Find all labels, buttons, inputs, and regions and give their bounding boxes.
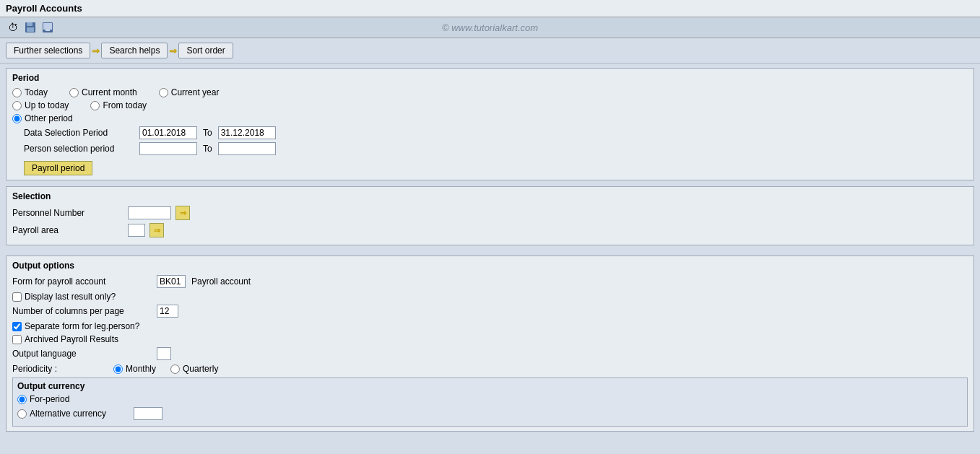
output-currency-alt-row: Alternative currency: [17, 407, 963, 420]
radio-alternative-currency[interactable]: [17, 409, 27, 419]
radio-for-period-text: For-period: [30, 394, 69, 404]
arrow-icon-1: ⇒: [92, 45, 100, 56]
display-last-result-label: Display last result only?: [25, 292, 116, 302]
tab-sort-order[interactable]: Sort order: [178, 43, 233, 58]
tab-further-selections[interactable]: Further selections: [6, 43, 90, 58]
person-selection-from-input[interactable]: [139, 142, 197, 155]
tab-further-selections-label: Further selections: [14, 45, 82, 56]
display-last-result-checkbox[interactable]: [12, 292, 22, 302]
radio-current-month-label[interactable]: Current month: [69, 87, 137, 97]
form-payroll-row: Form for payroll account Payroll account: [12, 275, 968, 288]
toolbar: ⏱ © www.tutorialkart.com: [0, 17, 980, 38]
data-selection-period-row: Data Selection Period To: [24, 126, 968, 139]
tab-sort-order-label: Sort order: [186, 45, 225, 56]
radio-current-year-label[interactable]: Current year: [159, 87, 220, 97]
save-icon[interactable]: [23, 20, 38, 35]
radio-from-today[interactable]: [90, 101, 100, 110]
radio-other-period[interactable]: [12, 114, 22, 123]
output-language-label: Output language: [12, 349, 157, 359]
radio-from-today-label[interactable]: From today: [90, 100, 147, 110]
arrow-icon-2: ⇒: [169, 45, 177, 56]
columns-per-page-label: Number of columns per page: [12, 306, 157, 316]
radio-monthly[interactable]: [113, 364, 123, 374]
form-payroll-desc: Payroll account: [191, 276, 251, 287]
form-payroll-label: Form for payroll account: [12, 276, 157, 287]
page-title: Payroll Accounts: [6, 3, 82, 14]
separate-form-checkbox[interactable]: [12, 322, 22, 331]
period-section: Period Today Current month Current year …: [6, 68, 974, 180]
personnel-number-select-button[interactable]: ⇒: [175, 206, 190, 220]
radio-current-month-text: Current month: [82, 87, 137, 97]
radio-alternative-currency-text: Alternative currency: [30, 409, 106, 419]
payroll-area-label: Payroll area: [12, 225, 128, 235]
data-selection-from-input[interactable]: [139, 126, 197, 139]
radio-up-to-today-label[interactable]: Up to today: [12, 100, 69, 110]
radio-today[interactable]: [12, 88, 22, 97]
data-selection-to-label: To: [203, 128, 212, 138]
period-radio-row-1: Today Current month Current year: [12, 87, 968, 97]
radio-alternative-currency-label[interactable]: Alternative currency: [17, 409, 106, 419]
tab-search-helps-label: Search helps: [109, 45, 160, 56]
radio-quarterly[interactable]: [170, 364, 180, 374]
period-radio-row-2: Up to today From today: [12, 100, 968, 110]
radio-today-text: Today: [25, 87, 48, 97]
radio-from-today-text: From today: [103, 100, 147, 110]
radio-up-to-today-text: Up to today: [25, 100, 69, 110]
svg-rect-2: [27, 27, 34, 32]
archived-payroll-checkbox[interactable]: [12, 335, 22, 344]
alternative-currency-input[interactable]: [134, 407, 162, 420]
radio-up-to-today[interactable]: [12, 101, 22, 110]
radio-for-period[interactable]: [17, 395, 27, 404]
output-options-title: Output options: [12, 261, 968, 271]
separate-form-label: Separate form for leg.person?: [25, 321, 139, 331]
output-language-row: Output language: [12, 347, 968, 360]
archived-payroll-label: Archived Payroll Results: [25, 334, 118, 344]
form-payroll-input[interactable]: [157, 275, 186, 288]
radio-for-period-label[interactable]: For-period: [17, 394, 69, 404]
personnel-number-row: Personnel Number ⇒: [12, 206, 968, 220]
separate-form-row: Separate form for leg.person?: [12, 321, 968, 331]
output-language-input[interactable]: [157, 347, 171, 360]
radio-monthly-label[interactable]: Monthly: [113, 364, 156, 374]
radio-quarterly-label[interactable]: Quarterly: [170, 364, 218, 374]
output-options-section: Output options Form for payroll account …: [6, 256, 974, 432]
payroll-area-select-button[interactable]: ⇒: [149, 223, 164, 237]
columns-per-page-row: Number of columns per page: [12, 305, 968, 318]
person-selection-period-row: Person selection period To: [24, 142, 968, 155]
output-currency-radio-row: For-period: [17, 394, 963, 404]
data-selection-to-input[interactable]: [218, 126, 276, 139]
display-last-result-row: Display last result only?: [12, 292, 968, 302]
svg-rect-1: [27, 22, 32, 26]
title-bar: Payroll Accounts: [0, 0, 980, 17]
archived-payroll-row: Archived Payroll Results: [12, 334, 968, 344]
data-selection-label: Data Selection Period: [24, 128, 139, 138]
payroll-area-input[interactable]: [128, 224, 145, 237]
personnel-number-input[interactable]: [128, 206, 171, 219]
clock-icon[interactable]: ⏱: [6, 20, 20, 35]
payroll-period-button[interactable]: Payroll period: [24, 161, 92, 175]
tabs-row: Further selections ⇒ Search helps ⇒ Sort…: [0, 38, 980, 64]
period-radio-row-3: Other period: [12, 113, 968, 123]
columns-per-page-input[interactable]: [157, 305, 178, 318]
watermark: © www.tutorialkart.com: [442, 22, 538, 33]
radio-other-period-label[interactable]: Other period: [12, 113, 73, 123]
periodicity-row: Periodicity : Monthly Quarterly: [12, 364, 968, 374]
personnel-number-arrow-icon: ⇒: [180, 209, 186, 218]
output-currency-section: Output currency For-period Alternative c…: [12, 377, 968, 427]
periodicity-label: Periodicity :: [12, 364, 113, 374]
tab-search-helps[interactable]: Search helps: [101, 43, 168, 58]
export-icon[interactable]: [40, 20, 55, 35]
payroll-area-row: Payroll area ⇒: [12, 223, 968, 237]
person-selection-to-input[interactable]: [218, 142, 276, 155]
radio-monthly-text: Monthly: [126, 364, 156, 374]
radio-current-year[interactable]: [159, 88, 168, 97]
person-selection-to-label: To: [203, 144, 212, 154]
period-title: Period: [12, 73, 968, 83]
main-content: Period Today Current month Current year …: [0, 64, 980, 454]
radio-other-period-text: Other period: [25, 113, 73, 123]
radio-current-month[interactable]: [69, 88, 79, 97]
person-selection-label: Person selection period: [24, 144, 139, 154]
payroll-area-arrow-icon: ⇒: [154, 226, 160, 235]
radio-today-label[interactable]: Today: [12, 87, 48, 97]
personnel-number-label: Personnel Number: [12, 208, 128, 218]
